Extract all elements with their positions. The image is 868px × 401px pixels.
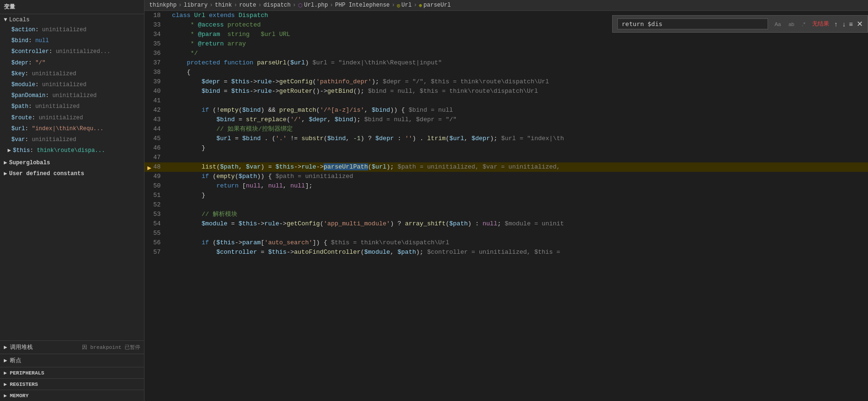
code-line: {	[168, 68, 868, 77]
no-result-label: 无结果	[812, 20, 829, 28]
var-this[interactable]: ▶$this: think\route\dispa...	[0, 145, 144, 156]
line-row: 51 }	[145, 191, 868, 200]
line-number: 49	[145, 172, 168, 181]
line-number: 53	[145, 210, 168, 219]
code-line: // 解析模块	[168, 210, 868, 219]
variables-title: 变量	[0, 0, 144, 14]
registers-header[interactable]: ▶ REGISTERS	[0, 378, 144, 390]
bc-urlphp: Url.php	[304, 2, 328, 9]
breakpoints-header[interactable]: ▶ 断点	[0, 354, 144, 367]
code-line: $bind = str_replace('/', $depr, $bind); …	[168, 115, 868, 125]
call-stack-label: 调用堆栈	[10, 343, 33, 351]
next-result-button[interactable]: ↓	[841, 20, 847, 28]
locals-label: Locals	[9, 17, 29, 23]
var-action: $action: uninitialized	[0, 25, 144, 36]
memory-label: MEMORY	[10, 393, 29, 399]
line-row: 52	[145, 200, 868, 210]
code-line-current: list($path, $var) = $this->rule->parseUr…	[168, 162, 868, 172]
line-row: 39 $depr = $this->rule->getConfig('pathi…	[145, 77, 868, 87]
line-number: 51	[145, 191, 168, 200]
line-number: 57	[145, 248, 168, 257]
line-number: 41	[145, 96, 168, 106]
more-options-button[interactable]: ≡	[849, 20, 853, 28]
call-stack-chevron: ▶	[4, 344, 7, 351]
line-number: 56	[145, 238, 168, 248]
line-row: 35 * @return array	[145, 39, 868, 49]
search-input[interactable]	[617, 18, 768, 29]
locals-header[interactable]: ▼ Locals	[0, 15, 144, 25]
line-number: 47	[145, 153, 168, 162]
breadcrumb: thinkphp › library › think › route › dis…	[145, 0, 868, 11]
prev-result-button[interactable]: ↑	[833, 20, 839, 28]
line-number: 44	[145, 125, 168, 134]
sidebar: 变量 ▼ Locals $action: uninitialized $bind…	[0, 0, 145, 401]
search-close-button[interactable]: ✕	[857, 19, 863, 28]
var-depr: $depr: "/"	[0, 58, 144, 69]
code-line: }	[168, 143, 868, 153]
line-number: 34	[145, 30, 168, 39]
code-line	[168, 96, 868, 106]
case-sensitive-button[interactable]: Aa	[772, 20, 784, 28]
editor-area: thinkphp › library › think › route › dis…	[145, 0, 868, 401]
var-var: $var: uninitialized	[0, 134, 144, 145]
search-bar: Aa ab .* 无结果 ↑ ↓ ≡ ✕	[612, 15, 868, 33]
line-number: 52	[145, 200, 168, 210]
breakpoint-status-label: 因 breakpoint 已暂停	[82, 344, 140, 351]
user-constants-header[interactable]: ▶ User defined constants	[0, 168, 144, 179]
code-line: $url = $bind . ('.' != substr($bind, -1)…	[168, 134, 868, 143]
method-icon: ⊕	[419, 2, 422, 9]
var-url: $url: "index|\think\Requ...	[0, 124, 144, 134]
line-number-current: ▶ 48	[145, 162, 168, 172]
code-line: */	[168, 49, 868, 58]
code-container[interactable]: 18 class Url extends Dispatch 33 * @acce…	[145, 11, 868, 401]
bc-url: Url	[401, 2, 412, 9]
line-number: 54	[145, 219, 168, 229]
code-line: if (!empty($bind) && preg_match('/^[a-z]…	[168, 106, 868, 115]
line-row: 36 */	[145, 49, 868, 58]
line-number: 55	[145, 229, 168, 238]
superglobals-label: Superglobals	[9, 160, 50, 166]
breakpoints-label: 断点	[10, 356, 21, 365]
code-line: * @return array	[168, 39, 868, 49]
php-icon: ⬡	[298, 2, 303, 9]
line-row: 49 if (empty($path)) { $path = uninitial…	[145, 172, 868, 181]
code-line: // 如果有模块/控制器绑定	[168, 125, 868, 134]
var-key: $key: uninitialized	[0, 69, 144, 80]
line-row: 53 // 解析模块	[145, 210, 868, 219]
breakpoints-chevron: ▶	[4, 357, 7, 364]
class-icon: ◎	[397, 2, 400, 9]
line-row-current: ▶ 48 list($path, $var) = $this->rule->pa…	[145, 162, 868, 172]
bc-intelephense: PHP Intelephense	[335, 2, 389, 9]
regex-button[interactable]: .*	[799, 20, 808, 28]
line-row: 42 if (!empty($bind) && preg_match('/^[a…	[145, 106, 868, 115]
code-line: return [null, null, null];	[168, 181, 868, 191]
line-row: 45 $url = $bind . ('.' != substr($bind, …	[145, 134, 868, 143]
code-line: $module = $this->rule->getConfig('app_mu…	[168, 219, 868, 229]
code-line	[168, 200, 868, 210]
line-number: 33	[145, 20, 168, 30]
line-number: 35	[145, 39, 168, 49]
var-controller: $controller: uninitialized...	[0, 46, 144, 57]
line-row: 38 {	[145, 68, 868, 77]
var-pandomain: $panDomain: uninitialized	[0, 90, 144, 101]
whole-word-button[interactable]: ab	[786, 20, 797, 28]
line-row: 55	[145, 229, 868, 238]
line-row: 40 $bind = $this->rule->getRouter()->get…	[145, 87, 868, 96]
line-row: 43 $bind = str_replace('/', $depr, $bind…	[145, 115, 868, 125]
line-row: 37 protected function parseUrl($url) $ur…	[145, 58, 868, 68]
peripherals-chevron: ▶	[4, 370, 7, 376]
peripherals-label: PERIPHERALS	[10, 370, 45, 376]
bc-library: library	[184, 2, 208, 9]
code-line: if ($this->param['auto_search']) { $this…	[168, 238, 868, 248]
line-number: 36	[145, 49, 168, 58]
superglobals-header[interactable]: ▶ Superglobals	[0, 157, 144, 168]
registers-label: REGISTERS	[10, 382, 38, 387]
code-line: $depr = $this->rule->getConfig('pathinfo…	[168, 77, 868, 87]
var-path: $path: uninitialized	[0, 101, 144, 112]
peripherals-header[interactable]: ▶ PERIPHERALS	[0, 367, 144, 378]
var-bind: $bind: null	[0, 36, 144, 46]
call-stack-header[interactable]: ▶ 调用堆栈 因 breakpoint 已暂停	[0, 340, 144, 354]
code-line: $controller = $this->autoFindController(…	[168, 248, 868, 257]
memory-header[interactable]: ▶ MEMORY	[0, 390, 144, 401]
code-line: if (empty($path)) { $path = uninitialize…	[168, 172, 868, 181]
